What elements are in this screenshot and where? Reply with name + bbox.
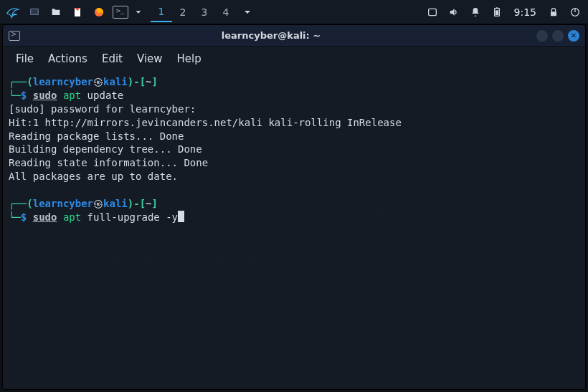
window-minimize-button[interactable] xyxy=(536,30,548,42)
prompt-cwd: ~ xyxy=(146,76,151,87)
window-title: learncyber@kali: ~ xyxy=(11,30,531,41)
workspace-2[interactable]: 2 xyxy=(172,2,194,22)
power-icon[interactable] xyxy=(566,4,584,21)
panel-launchers xyxy=(4,4,143,21)
menubar: File Actions Edit View Help xyxy=(3,47,585,71)
svg-rect-3 xyxy=(428,9,436,15)
lock-icon[interactable] xyxy=(545,4,562,21)
workspace-4[interactable]: 4 xyxy=(215,2,237,22)
svg-rect-1 xyxy=(31,9,37,14)
cmd-apt: apt xyxy=(63,90,81,101)
window-titlebar[interactable]: learncyber@kali: ~ xyxy=(3,25,585,47)
window-controls xyxy=(536,30,579,42)
terminal-shortcut-icon[interactable] xyxy=(112,4,129,21)
menu-help[interactable]: Help xyxy=(177,52,201,65)
show-desktop-icon[interactable] xyxy=(26,4,43,21)
volume-icon[interactable] xyxy=(445,4,463,21)
kali-menu-icon[interactable] xyxy=(4,4,22,21)
files-icon[interactable] xyxy=(47,4,65,21)
cherrytree-icon[interactable] xyxy=(69,4,86,21)
cmd-sudo: sudo xyxy=(33,90,57,101)
menu-view[interactable]: View xyxy=(137,52,163,65)
window-close-button[interactable] xyxy=(568,30,579,42)
out-line: Reading state information... Done xyxy=(9,157,208,168)
svg-rect-7 xyxy=(551,11,556,16)
out-line: All packages are up to date. xyxy=(9,171,178,182)
out-line: Hit:1 http://mirrors.jevincanders.net/ka… xyxy=(9,117,402,128)
clock[interactable]: 9:15 xyxy=(510,6,541,18)
system-tray: 9:15 xyxy=(424,4,584,21)
firefox-icon[interactable] xyxy=(90,4,108,21)
prompt-corner: ┌── xyxy=(9,76,27,87)
prompt-at-icon: ㉿ xyxy=(93,76,103,87)
svg-rect-6 xyxy=(495,7,498,8)
cmd-tail: full-upgrade -y xyxy=(81,211,178,223)
prompt-user: learncyber xyxy=(33,76,93,87)
terminal-cursor xyxy=(178,211,184,222)
out-line: [sudo] password for learncyber: xyxy=(9,103,196,115)
terminal-window: learncyber@kali: ~ File Actions Edit Vie… xyxy=(2,24,586,390)
menu-file[interactable]: File xyxy=(16,52,34,65)
menu-actions[interactable]: Actions xyxy=(48,52,87,65)
menu-edit[interactable]: Edit xyxy=(102,52,123,65)
prompt-symbol: $ xyxy=(21,90,27,101)
prompt-host: kali xyxy=(103,76,128,87)
workspace-switcher: 1 2 3 4 xyxy=(151,2,254,22)
cmd-tail: update xyxy=(81,90,123,101)
window-app-icon xyxy=(9,31,20,41)
out-line: Reading package lists... Done xyxy=(9,130,184,142)
terminal-dropdown-icon[interactable] xyxy=(133,4,143,21)
top-panel: 1 2 3 4 9:15 xyxy=(0,0,588,24)
workspace-1[interactable]: 1 xyxy=(151,2,172,22)
svg-rect-5 xyxy=(495,10,498,15)
window-maximize-button[interactable] xyxy=(552,30,564,42)
recorder-icon[interactable] xyxy=(424,4,441,21)
battery-icon[interactable] xyxy=(488,4,506,21)
out-line: Building dependency tree... Done xyxy=(9,143,202,155)
notifications-icon[interactable] xyxy=(467,4,484,21)
workspace-3[interactable]: 3 xyxy=(194,2,215,22)
terminal-body[interactable]: ┌──(learncyber㉿kali)-[~] └─$ sudo apt up… xyxy=(3,71,585,389)
workspace-dropdown-icon[interactable] xyxy=(241,4,254,21)
